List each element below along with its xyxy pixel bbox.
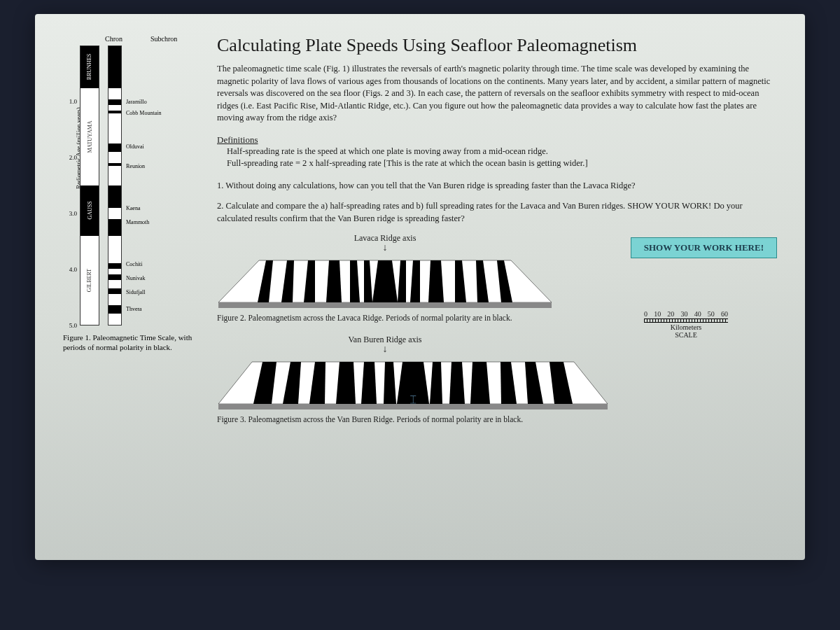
subchron-label: Cobb Mountain xyxy=(126,110,161,116)
chron-name: GILBERT xyxy=(87,269,93,292)
definitions-heading: Definitions xyxy=(217,134,777,146)
page-title: Calculating Plate Speeds Using Seafloor … xyxy=(217,35,777,56)
subchron-label: Cochiti xyxy=(126,261,143,267)
vanburen-ridge-svg: ⌶ xyxy=(217,355,609,411)
scale-tick: 0 xyxy=(644,310,648,318)
scale-ruler xyxy=(644,318,728,323)
scale-tick: 60 xyxy=(721,310,728,318)
chron-name: MATUYAMA xyxy=(87,120,93,153)
km-scale: 0 10 20 30 40 50 60 Kilometers SCALE xyxy=(644,310,728,339)
subchron-label: Mammoth xyxy=(126,219,149,225)
scale-tick: 30 xyxy=(680,310,687,318)
arrow-down-icon: ↓ xyxy=(217,242,553,253)
subchron-label: Jaramillo xyxy=(126,99,147,105)
subchron-header: Subchron xyxy=(150,35,177,43)
chron-name: BRUNHES xyxy=(87,54,93,80)
scale-tick: 40 xyxy=(694,310,701,318)
subchron-label: Thvera xyxy=(126,306,142,312)
subchron-label: Reunion xyxy=(126,163,145,169)
subchron-label: Sidufjall xyxy=(126,289,146,295)
y-tick: 5.0 xyxy=(69,322,77,329)
subchron-label: Nunivak xyxy=(126,275,146,281)
figure-3-caption: Figure 3. Paleomagnetism across the Van … xyxy=(217,415,609,424)
figure-1-caption: Figure 1. Paleomagnetic Time Scale, with… xyxy=(63,332,196,353)
question-2: 2. Calculate and compare the a) half-spr… xyxy=(217,200,777,225)
subchron-labels: Jaramillo Cobb Mountain Olduvai Reunion … xyxy=(125,46,167,326)
y-tick: 3.0 xyxy=(69,210,77,217)
figure-3-vanburen: ⌶ xyxy=(217,355,609,411)
subchron-label: Kaena xyxy=(126,205,140,211)
figure-2-caption: Figure 2. Paleomagnetism across the Lava… xyxy=(217,314,553,322)
intro-paragraph: The paleomagnetic time scale (Fig. 1) il… xyxy=(217,63,777,125)
lavaca-ridge-svg xyxy=(217,253,553,309)
svg-text:⌶: ⌶ xyxy=(410,394,416,405)
scale-unit: Kilometers xyxy=(644,323,728,331)
question-1: 1. Without doing any calculations, how c… xyxy=(217,180,777,192)
subchron-label: Olduvai xyxy=(126,144,144,150)
show-work-box[interactable]: SHOW YOUR WORK HERE! xyxy=(631,237,777,258)
y-tick: 2.0 xyxy=(69,154,77,161)
chron-column: BRUNHES MATUYAMA GAUSS GILBERT xyxy=(80,46,99,326)
document-page: Chron Subchron Radiometric Age (million … xyxy=(35,14,805,560)
y-axis: Radiometric Age (million years) 1.0 2.0 … xyxy=(63,46,77,326)
chron-name: GAUSS xyxy=(87,202,93,220)
subchron-column xyxy=(108,46,122,326)
scale-tick: 50 xyxy=(708,310,715,318)
scale-tick: 20 xyxy=(667,310,674,318)
y-tick: 4.0 xyxy=(69,266,77,273)
scale-label: SCALE xyxy=(644,331,728,339)
definitions-body: Half-spreading rate is the speed at whic… xyxy=(227,146,777,170)
svg-marker-29 xyxy=(218,404,608,410)
figure-1: Chron Subchron Radiometric Age (million … xyxy=(63,35,196,424)
arrow-down-icon: ↓ xyxy=(217,344,553,355)
main-content: Calculating Plate Speeds Using Seafloor … xyxy=(217,35,777,424)
figure-2-lavaca xyxy=(217,253,553,309)
y-tick: 1.0 xyxy=(69,98,77,105)
figures-area: SHOW YOUR WORK HERE! Lavaca Ridge axis ↓ xyxy=(217,233,777,424)
svg-marker-14 xyxy=(218,302,552,308)
scale-tick: 10 xyxy=(654,310,661,318)
chron-header: Chron xyxy=(105,35,122,43)
